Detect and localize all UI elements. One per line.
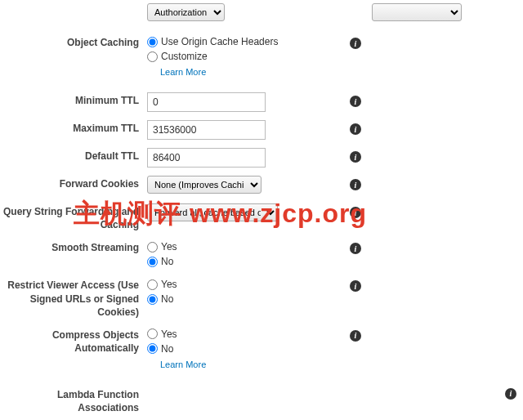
restrict-viewer-yes-text: Yes bbox=[161, 277, 177, 292]
restrict-viewer-row: Restrict Viewer Access (Use Signed URLs … bbox=[0, 277, 523, 319]
info-icon[interactable]: i bbox=[350, 280, 361, 292]
lambda-label: Lambda Function Associations bbox=[0, 388, 147, 414]
restrict-viewer-label: Restrict Viewer Access (Use Signed URLs … bbox=[0, 277, 147, 319]
object-caching-learn-more[interactable]: Learn More bbox=[160, 67, 206, 77]
info-icon[interactable]: i bbox=[350, 179, 361, 190]
info-icon[interactable]: i bbox=[350, 207, 361, 218]
forward-cookies-row: Forward Cookies None (Improves Caching) … bbox=[0, 176, 523, 195]
max-ttl-label: Maximum TTL bbox=[0, 120, 147, 135]
info-icon[interactable]: i bbox=[505, 388, 516, 400]
info-icon[interactable]: i bbox=[350, 243, 361, 254]
query-string-select[interactable]: Forward all, cache based on all bbox=[147, 203, 278, 221]
smooth-streaming-no-radio[interactable] bbox=[147, 257, 158, 267]
compress-learn-more[interactable]: Learn More bbox=[160, 360, 206, 369]
compress-yes-text: Yes bbox=[161, 327, 177, 342]
forward-cookies-select[interactable]: None (Improves Caching) bbox=[147, 176, 262, 194]
object-caching-origin-text: Use Origin Cache Headers bbox=[161, 34, 278, 49]
compress-label: Compress Objects Automatically bbox=[0, 327, 147, 355]
object-caching-customize-text: Customize bbox=[161, 49, 208, 64]
compress-row: Compress Objects Automatically Yes No Le… bbox=[0, 327, 523, 370]
top-row: Authorization bbox=[0, 3, 523, 23]
max-ttl-row: Maximum TTL i bbox=[0, 120, 523, 140]
min-ttl-input[interactable] bbox=[147, 92, 266, 112]
object-caching-row: Object Caching Use Origin Cache Headers … bbox=[0, 34, 523, 78]
lambda-section-row: Lambda Function Associations i bbox=[0, 388, 523, 414]
query-string-row: Query String Forwarding and Caching Forw… bbox=[0, 203, 523, 231]
restrict-viewer-no-radio[interactable] bbox=[147, 294, 158, 305]
restrict-viewer-yes-radio[interactable] bbox=[147, 279, 158, 290]
object-caching-customize-radio[interactable] bbox=[147, 51, 158, 62]
info-icon[interactable]: i bbox=[350, 96, 361, 107]
authorization-select[interactable]: Authorization bbox=[147, 3, 225, 21]
compress-no-radio[interactable] bbox=[147, 343, 158, 354]
info-icon[interactable]: i bbox=[350, 151, 361, 163]
info-icon[interactable]: i bbox=[350, 330, 361, 342]
min-ttl-label: Minimum TTL bbox=[0, 92, 147, 107]
min-ttl-row: Minimum TTL i bbox=[0, 92, 523, 112]
smooth-streaming-yes-text: Yes bbox=[161, 239, 177, 254]
right-empty-select[interactable] bbox=[372, 3, 462, 21]
info-icon[interactable]: i bbox=[350, 123, 361, 135]
smooth-streaming-row: Smooth Streaming Yes No i bbox=[0, 239, 523, 269]
info-icon[interactable]: i bbox=[350, 38, 361, 49]
compress-yes-radio[interactable] bbox=[147, 328, 158, 339]
default-ttl-input[interactable] bbox=[147, 148, 266, 168]
smooth-streaming-label: Smooth Streaming bbox=[0, 239, 147, 254]
restrict-viewer-no-text: No bbox=[161, 292, 173, 306]
forward-cookies-label: Forward Cookies bbox=[0, 176, 147, 190]
query-string-label: Query String Forwarding and Caching bbox=[0, 203, 147, 231]
smooth-streaming-no-text: No bbox=[161, 254, 173, 269]
object-caching-origin-radio[interactable] bbox=[147, 37, 158, 47]
default-ttl-row: Default TTL i bbox=[0, 148, 523, 168]
compress-no-text: No bbox=[161, 342, 173, 356]
max-ttl-input[interactable] bbox=[147, 120, 266, 140]
default-ttl-label: Default TTL bbox=[0, 148, 147, 163]
object-caching-label: Object Caching bbox=[0, 34, 147, 49]
smooth-streaming-yes-radio[interactable] bbox=[147, 242, 158, 252]
